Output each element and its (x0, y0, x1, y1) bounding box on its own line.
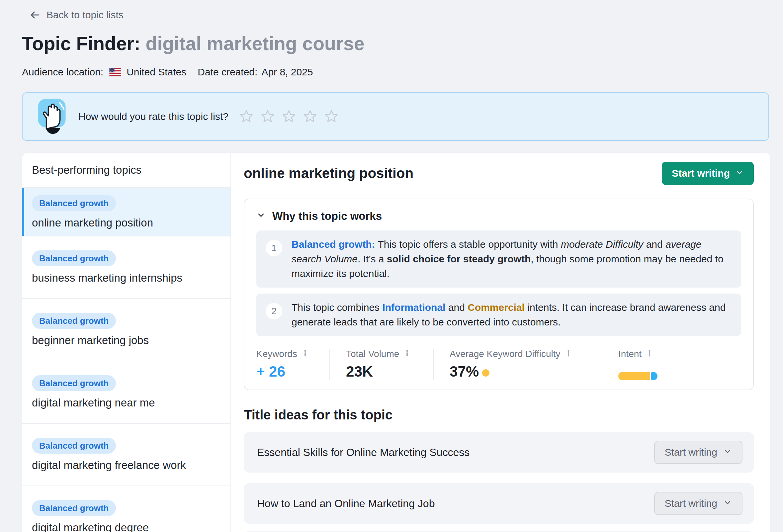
balanced-growth-badge: Balanced growth (32, 313, 116, 329)
total-volume-label: Total Volume (346, 349, 399, 359)
sidebar-topic-label: digital marketing freelance work (32, 459, 221, 472)
rating-banner: How would you rate this topic list? (22, 92, 769, 141)
keywords-label: Keywords (256, 349, 297, 359)
sidebar-topic-label: digital marketing near me (32, 397, 221, 409)
chevron-down-icon (256, 210, 265, 222)
sidebar-topic-item[interactable]: Balanced growth online marketing positio… (22, 188, 230, 237)
point-text: Balanced growth: This topic offers a sta… (291, 237, 732, 281)
sidebar-topic-item[interactable]: Balanced growth beginner marketing jobs (22, 299, 230, 361)
us-flag-icon (109, 68, 121, 76)
title-ideas-heading: Title ideas for this topic (244, 407, 754, 423)
star-icon[interactable] (303, 109, 317, 124)
rating-stars (239, 109, 339, 124)
intent-segment-commercial (618, 372, 650, 380)
chevron-down-icon (723, 447, 732, 458)
topic-finder-page: Back to topic lists Topic Finder: digita… (0, 0, 783, 532)
keywords-value: + 26 (256, 363, 330, 380)
sidebar-title: Best-performing topics (22, 153, 230, 188)
info-icon[interactable] (302, 349, 309, 359)
back-link-label: Back to topic lists (46, 9, 124, 21)
why-topic-works-card: Why this topic works 1 Balanced growth: … (244, 198, 754, 390)
point-number: 2 (265, 303, 282, 319)
sidebar-topic-label: digital marketing degree (32, 521, 221, 532)
audience-location-value: United States (127, 66, 186, 78)
intent-label: Intent (618, 349, 641, 359)
title-idea-text: Essential Skills for Online Marketing Su… (257, 446, 470, 459)
page-title-query: digital marketing course (146, 33, 365, 54)
balanced-growth-badge: Balanced growth (32, 375, 116, 391)
star-icon[interactable] (239, 109, 254, 124)
start-writing-label: Start writing (665, 447, 717, 458)
balanced-growth-badge: Balanced growth (32, 195, 116, 211)
title-idea-card: Essential Skills for Online Marketing Su… (244, 432, 754, 473)
balanced-growth-badge: Balanced growth (32, 250, 116, 266)
topics-sidebar: Best-performing topics Balanced growth o… (22, 153, 231, 532)
sidebar-topic-item[interactable]: Balanced growth digital marketing degree (22, 486, 230, 532)
metric-difficulty: Average Keyword Difficulty 37% (433, 349, 602, 380)
arrow-left-icon (29, 9, 40, 21)
date-created-value: Apr 8, 2025 (261, 66, 313, 78)
point-number: 1 (265, 240, 282, 256)
difficulty-value: 37% (449, 363, 479, 380)
start-writing-button-secondary[interactable]: Start writing (654, 492, 743, 515)
balanced-growth-badge: Balanced growth (32, 438, 116, 453)
title-idea-text: How to Land an Online Marketing Job (257, 497, 435, 510)
info-icon[interactable] (404, 349, 410, 359)
info-icon[interactable] (646, 349, 653, 359)
topic-list: Balanced growth online marketing positio… (22, 188, 230, 532)
sidebar-topic-label: business marketing internships (32, 272, 221, 284)
why-point: 2 This topic combines Informational and … (256, 293, 741, 336)
why-points: 1 Balanced growth: This topic offers a s… (256, 230, 741, 336)
date-created-label: Date created: (197, 66, 257, 78)
why-topic-works-toggle[interactable]: Why this topic works (256, 210, 741, 222)
audience-location-label: Audience location: (22, 66, 103, 78)
metrics-row: Keywords + 26 Total Volume 23K (256, 349, 741, 380)
difficulty-value-row: 37% (449, 363, 602, 380)
star-icon[interactable] (282, 109, 296, 124)
info-icon[interactable] (565, 349, 572, 359)
topic-detail: online marketing position Start writing … (231, 153, 771, 532)
start-writing-button[interactable]: Start writing (662, 162, 754, 185)
sidebar-topic-label: beginner marketing jobs (32, 334, 221, 347)
chevron-down-icon (735, 168, 744, 179)
sidebar-topic-item[interactable]: Balanced growth digital marketing freela… (22, 424, 230, 486)
metric-intent: Intent (602, 349, 657, 380)
balanced-growth-badge: Balanced growth (32, 500, 116, 516)
title-idea-card: How to Land an Online Marketing Job Star… (244, 483, 754, 524)
start-writing-label: Start writing (665, 498, 717, 509)
metric-keywords: Keywords + 26 (256, 349, 330, 380)
difficulty-dot (482, 369, 490, 377)
star-icon[interactable] (324, 109, 339, 124)
point-text: This topic combines Informational and Co… (291, 300, 732, 330)
metric-total-volume: Total Volume 23K (330, 349, 433, 380)
why-point: 1 Balanced growth: This topic offers a s… (256, 230, 741, 288)
meta-row: Audience location: United States Date cr… (22, 66, 313, 78)
page-title: Topic Finder: digital marketing course (22, 33, 364, 55)
hand-icon (36, 97, 67, 136)
sidebar-topic-item[interactable]: Balanced growth digital marketing near m… (22, 361, 230, 424)
back-link[interactable]: Back to topic lists (29, 9, 124, 21)
intent-segment-informational (651, 372, 657, 380)
title-ideas-list: Essential Skills for Online Marketing Su… (244, 432, 754, 524)
rating-question: How would you rate this topic list? (79, 111, 228, 122)
content-panel: Best-performing topics Balanced growth o… (22, 153, 771, 532)
intent-bar (618, 372, 657, 380)
chevron-down-icon (723, 498, 732, 509)
topic-heading: online marketing position (244, 165, 413, 181)
sidebar-topic-label: online marketing position (32, 217, 221, 229)
difficulty-label: Average Keyword Difficulty (449, 349, 561, 359)
start-writing-label: Start writing (672, 168, 730, 179)
sidebar-topic-item[interactable]: Balanced growth business marketing inter… (22, 237, 230, 299)
why-topic-works-title: Why this topic works (272, 210, 382, 222)
total-volume-value: 23K (346, 363, 433, 380)
star-icon[interactable] (260, 109, 275, 124)
start-writing-button-secondary[interactable]: Start writing (654, 441, 743, 464)
